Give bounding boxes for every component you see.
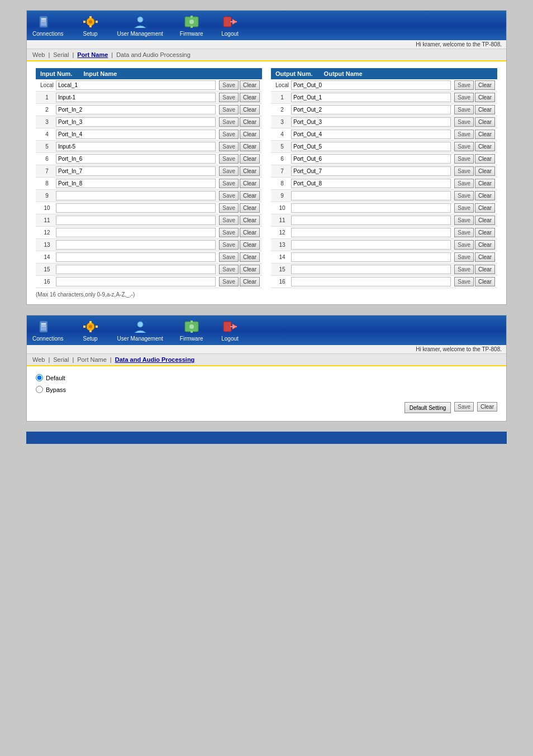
input-save-btn[interactable]: Save — [219, 203, 239, 213]
tab-web-2[interactable]: Web — [32, 356, 45, 363]
input-clear-btn[interactable]: Clear — [240, 80, 260, 90]
output-save-btn[interactable]: Save — [454, 216, 474, 225]
input-save-btn[interactable]: Save — [219, 93, 239, 102]
input-name-field[interactable] — [56, 93, 216, 102]
input-save-btn[interactable]: Save — [219, 191, 239, 200]
nav-logout[interactable]: Logout — [220, 14, 240, 37]
output-name-field[interactable] — [291, 117, 451, 127]
tab-dap-1[interactable]: Data and Audio Processing — [116, 51, 191, 58]
input-save-btn[interactable]: Save — [219, 117, 239, 127]
input-name-field[interactable] — [56, 130, 216, 139]
input-clear-btn[interactable]: Clear — [240, 154, 260, 164]
output-name-field[interactable] — [291, 265, 451, 274]
output-name-field[interactable] — [291, 142, 451, 151]
output-clear-btn[interactable]: Clear — [475, 117, 495, 127]
output-name-field[interactable] — [291, 179, 451, 188]
btn-default-setting[interactable]: Default Setting — [404, 402, 451, 413]
output-save-btn[interactable]: Save — [454, 130, 474, 139]
nav-user-management[interactable]: User Management — [117, 14, 163, 37]
input-clear-btn[interactable]: Clear — [240, 240, 260, 250]
input-clear-btn[interactable]: Clear — [240, 265, 260, 274]
input-save-btn[interactable]: Save — [219, 277, 239, 286]
input-save-btn[interactable]: Save — [219, 265, 239, 274]
input-clear-btn[interactable]: Clear — [240, 277, 260, 286]
radio-default[interactable] — [36, 374, 43, 381]
input-name-field[interactable] — [56, 203, 216, 213]
output-name-field[interactable] — [291, 203, 451, 213]
input-name-field[interactable] — [56, 80, 216, 90]
input-name-field[interactable] — [56, 252, 216, 262]
output-name-field[interactable] — [291, 166, 451, 176]
input-name-field[interactable] — [56, 179, 216, 188]
input-save-btn[interactable]: Save — [219, 216, 239, 225]
tab-port-name-1[interactable]: Port Name — [77, 51, 108, 58]
input-name-field[interactable] — [56, 166, 216, 176]
tab-port-name-2[interactable]: Port Name — [77, 356, 107, 363]
input-save-btn[interactable]: Save — [219, 228, 239, 237]
input-clear-btn[interactable]: Clear — [240, 191, 260, 200]
output-name-field[interactable] — [291, 228, 451, 237]
output-save-btn[interactable]: Save — [454, 265, 474, 274]
tab-serial-1[interactable]: Serial — [53, 51, 69, 58]
tab-dap-2[interactable]: Data and Audio Processing — [115, 356, 195, 363]
input-save-btn[interactable]: Save — [219, 80, 239, 90]
input-save-btn[interactable]: Save — [219, 166, 239, 176]
input-clear-btn[interactable]: Clear — [240, 252, 260, 262]
input-name-field[interactable] — [56, 240, 216, 250]
output-name-field[interactable] — [291, 216, 451, 225]
output-save-btn[interactable]: Save — [454, 154, 474, 164]
btn-clear-dap[interactable]: Clear — [477, 402, 497, 412]
input-clear-btn[interactable]: Clear — [240, 130, 260, 139]
input-clear-btn[interactable]: Clear — [240, 105, 260, 114]
input-name-field[interactable] — [56, 277, 216, 286]
output-save-btn[interactable]: Save — [454, 252, 474, 262]
input-clear-btn[interactable]: Clear — [240, 179, 260, 188]
input-name-field[interactable] — [56, 105, 216, 114]
output-clear-btn[interactable]: Clear — [475, 105, 495, 114]
input-clear-btn[interactable]: Clear — [240, 228, 260, 237]
output-clear-btn[interactable]: Clear — [475, 191, 495, 200]
input-save-btn[interactable]: Save — [219, 179, 239, 188]
tab-serial-2[interactable]: Serial — [53, 356, 69, 363]
output-name-field[interactable] — [291, 80, 451, 90]
output-save-btn[interactable]: Save — [454, 191, 474, 200]
input-save-btn[interactable]: Save — [219, 142, 239, 151]
input-clear-btn[interactable]: Clear — [240, 216, 260, 225]
output-clear-btn[interactable]: Clear — [475, 203, 495, 213]
output-save-btn[interactable]: Save — [454, 203, 474, 213]
nav-connections-2[interactable]: Connections — [32, 319, 64, 342]
input-save-btn[interactable]: Save — [219, 105, 239, 114]
nav-logout-2[interactable]: Logout — [220, 319, 240, 342]
output-save-btn[interactable]: Save — [454, 179, 474, 188]
nav-setup[interactable]: Setup — [80, 14, 101, 37]
output-save-btn[interactable]: Save — [454, 240, 474, 250]
output-save-btn[interactable]: Save — [454, 117, 474, 127]
output-clear-btn[interactable]: Clear — [475, 93, 495, 102]
input-name-field[interactable] — [56, 228, 216, 237]
output-name-field[interactable] — [291, 252, 451, 262]
output-name-field[interactable] — [291, 130, 451, 139]
output-name-field[interactable] — [291, 277, 451, 286]
radio-bypass[interactable] — [36, 386, 43, 393]
nav-setup-2[interactable]: Setup — [80, 319, 101, 342]
output-save-btn[interactable]: Save — [454, 80, 474, 90]
input-name-field[interactable] — [56, 154, 216, 164]
radio-bypass-label[interactable]: Bypass — [36, 386, 497, 393]
output-save-btn[interactable]: Save — [454, 93, 474, 102]
output-clear-btn[interactable]: Clear — [475, 265, 495, 274]
output-name-field[interactable] — [291, 154, 451, 164]
nav-user-management-2[interactable]: User Management — [117, 319, 163, 342]
output-clear-btn[interactable]: Clear — [475, 240, 495, 250]
input-clear-btn[interactable]: Clear — [240, 142, 260, 151]
output-name-field[interactable] — [291, 105, 451, 114]
output-clear-btn[interactable]: Clear — [475, 80, 495, 90]
input-save-btn[interactable]: Save — [219, 252, 239, 262]
output-name-field[interactable] — [291, 191, 451, 200]
output-save-btn[interactable]: Save — [454, 142, 474, 151]
nav-connections[interactable]: Connections — [32, 14, 64, 37]
output-clear-btn[interactable]: Clear — [475, 228, 495, 237]
output-save-btn[interactable]: Save — [454, 228, 474, 237]
output-clear-btn[interactable]: Clear — [475, 277, 495, 286]
input-name-field[interactable] — [56, 265, 216, 274]
output-clear-btn[interactable]: Clear — [475, 130, 495, 139]
